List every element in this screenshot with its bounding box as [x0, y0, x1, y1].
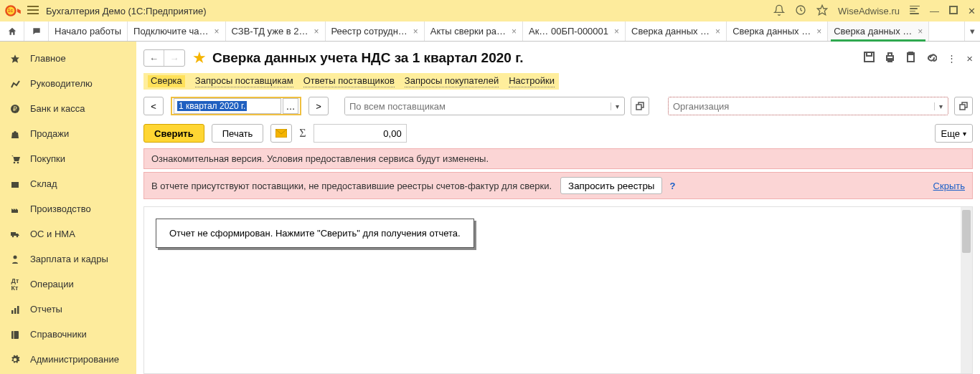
tab[interactable]: Начало работы: [49, 21, 128, 41]
print-button[interactable]: Печать: [212, 124, 264, 143]
sidebar-item[interactable]: Покупки: [0, 146, 136, 171]
favorite-star-icon[interactable]: ★: [192, 49, 207, 67]
bell-icon[interactable]: [773, 4, 785, 18]
svg-point-17: [14, 255, 17, 259]
discuss-tab[interactable]: [24, 21, 49, 41]
nav-back[interactable]: ←: [144, 50, 164, 66]
period-select-button[interactable]: …: [283, 98, 298, 114]
subtab[interactable]: Сверка: [148, 75, 185, 87]
history-icon[interactable]: [795, 4, 806, 18]
period-next[interactable]: >: [308, 97, 329, 115]
sidebar-item[interactable]: Продажи: [0, 121, 136, 146]
subtab[interactable]: Ответы поставщиков: [303, 75, 395, 87]
truck-icon: [9, 229, 22, 239]
scrollbar[interactable]: [961, 207, 972, 373]
svg-point-15: [12, 235, 14, 237]
person-icon: [9, 254, 22, 264]
form-close-icon[interactable]: ×: [966, 52, 973, 64]
sidebar-item-label: Справочники: [30, 329, 87, 340]
tab[interactable]: Акты сверки ра…×: [425, 21, 523, 41]
tab-close-icon[interactable]: ×: [413, 27, 418, 37]
svg-rect-20: [17, 306, 19, 314]
minimize-icon[interactable]: —: [930, 6, 939, 16]
bag-icon: [9, 129, 22, 139]
sidebar-item-label: Администрирование: [30, 354, 119, 365]
svg-rect-30: [636, 105, 641, 110]
tab-close-icon[interactable]: ×: [512, 27, 517, 37]
star-icon[interactable]: [816, 4, 828, 18]
report-message: Отчет не сформирован. Нажмите "Сверить" …: [156, 219, 474, 248]
home-tab[interactable]: [0, 21, 24, 41]
subtab[interactable]: Настройки: [509, 75, 555, 87]
tab[interactable]: Сверка данных …×: [727, 21, 828, 41]
supplier-open-button[interactable]: [631, 97, 649, 115]
tab-close-icon[interactable]: ×: [215, 27, 220, 37]
tab[interactable]: Реестр сотрудн…×: [326, 21, 425, 41]
org-open-button[interactable]: [954, 97, 973, 115]
svg-point-12: [14, 161, 16, 163]
period-field[interactable]: 1 квартал 2020 г. …: [171, 97, 301, 115]
svg-rect-19: [14, 308, 17, 314]
subtab[interactable]: Запросы поставщикам: [195, 75, 293, 87]
supplier-dropdown-icon[interactable]: ▾: [611, 102, 624, 110]
maximize-icon[interactable]: [949, 6, 958, 16]
svg-rect-8: [950, 6, 957, 14]
svg-rect-26: [888, 53, 892, 56]
sidebar-item[interactable]: Справочники: [0, 322, 136, 347]
sidebar-item-label: Главное: [30, 53, 66, 64]
sidebar-item[interactable]: ОС и НМА: [0, 221, 136, 246]
svg-text:₽: ₽: [13, 105, 17, 112]
form-title: Сверка данных учета НДС за 1 квартал 202…: [212, 50, 523, 66]
sidebar-item[interactable]: Руководителю: [0, 71, 136, 96]
sidebar-item[interactable]: Главное: [0, 46, 136, 71]
tabs-dropdown[interactable]: ▾: [964, 21, 980, 41]
tab[interactable]: Сверка данных …×: [828, 21, 929, 41]
verify-button[interactable]: Сверить: [143, 124, 204, 143]
link-icon[interactable]: [926, 52, 937, 64]
sidebar-item[interactable]: Зарплата и кадры: [0, 246, 136, 272]
org-combo[interactable]: [669, 97, 934, 115]
panel-toggle-icon[interactable]: [910, 4, 920, 18]
ruble-icon: ₽: [9, 104, 22, 114]
tab-close-icon[interactable]: ×: [918, 27, 923, 37]
more-button[interactable]: Еще▾: [935, 124, 973, 143]
subtab[interactable]: Запросы покупателей: [405, 75, 499, 87]
tab[interactable]: Сверка данных …×: [626, 21, 727, 41]
sidebar-item[interactable]: ₽Банк и касса: [0, 96, 136, 121]
sidebar-item-label: Отчеты: [30, 304, 62, 315]
tab-close-icon[interactable]: ×: [816, 27, 821, 37]
sidebar-item[interactable]: Администрирование: [0, 347, 136, 372]
sum-value: 0,00: [314, 124, 407, 143]
sidebar-item[interactable]: Производство: [0, 196, 136, 221]
tab[interactable]: Ак… 00БП-000001×: [523, 21, 626, 41]
svg-rect-21: [11, 331, 19, 339]
sidebar-item-label: Продажи: [30, 128, 69, 139]
site-link[interactable]: WiseAdwise.ru: [838, 6, 900, 16]
info-banner-1: Ознакомительная версия. Условия предоста…: [143, 148, 973, 169]
gear-icon: [9, 355, 22, 365]
tab[interactable]: Подключите ча…×: [128, 21, 225, 41]
clipboard-icon[interactable]: [905, 52, 916, 64]
print-icon[interactable]: [885, 52, 895, 64]
close-icon[interactable]: ✕: [968, 6, 976, 16]
factory-icon: [9, 204, 22, 214]
org-dropdown-icon[interactable]: ▾: [934, 102, 948, 110]
sidebar-item-label: Склад: [30, 178, 57, 189]
kebab-icon[interactable]: ⋮: [947, 53, 956, 64]
supplier-combo[interactable]: [345, 97, 611, 115]
sidebar-item[interactable]: Отчеты: [0, 297, 136, 322]
star-icon: [9, 54, 22, 64]
hide-link[interactable]: Скрыть: [933, 181, 965, 191]
sidebar-item[interactable]: Склад: [0, 171, 136, 196]
period-prev[interactable]: <: [143, 97, 164, 115]
mail-button[interactable]: [270, 124, 292, 143]
tab-close-icon[interactable]: ×: [715, 27, 720, 37]
help-icon[interactable]: ?: [669, 181, 675, 191]
tab-close-icon[interactable]: ×: [614, 27, 619, 37]
save-icon[interactable]: [864, 52, 875, 64]
request-registries-button[interactable]: Запросить реестры: [560, 177, 662, 194]
menu-icon[interactable]: [27, 5, 39, 17]
tab[interactable]: СЗВ-ТД уже в 2…×: [226, 21, 326, 41]
tab-close-icon[interactable]: ×: [314, 27, 319, 37]
sidebar-item[interactable]: ДтКтОперации: [0, 272, 136, 297]
